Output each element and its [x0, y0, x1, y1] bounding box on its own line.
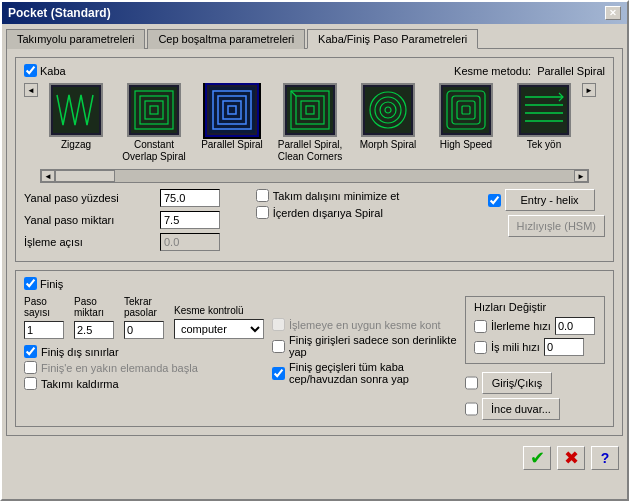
finis-dis-sinirlar-label: Finiş dış sınırlar: [41, 346, 119, 358]
pattern-morph-spiral[interactable]: Morph Spiral: [352, 83, 424, 151]
finis-girisleri-checkbox[interactable]: [272, 340, 285, 353]
ilerleme-hizi-row: İlerleme hızı: [474, 317, 596, 335]
giris-cikis-checkbox[interactable]: [465, 372, 478, 394]
svg-rect-17: [365, 87, 411, 133]
cutting-method-label: Kesme metodu:: [454, 65, 531, 77]
finis-gecisleri-label: Finiş geçişleri tüm kaba cep/havuzdan so…: [289, 361, 457, 385]
pattern-icon-morph-spiral: [361, 83, 415, 137]
tab-kaba-finis[interactable]: Kaba/Finiş Paso Parametreleri: [307, 29, 478, 49]
entry-helix-checkbox[interactable]: [488, 194, 501, 207]
scrollbar-right[interactable]: ►: [574, 170, 588, 182]
close-button[interactable]: ✕: [605, 6, 621, 20]
help-icon: ?: [601, 450, 610, 466]
pattern-high-speed[interactable]: High Speed: [430, 83, 502, 151]
svg-rect-22: [443, 87, 489, 133]
scrollbar-left[interactable]: ◄: [41, 170, 55, 182]
pattern-tek-yon[interactable]: Tek yön: [508, 83, 580, 151]
yanal-paso-yuzdesi-input[interactable]: [160, 189, 220, 207]
ilerleme-hizi-input[interactable]: [555, 317, 595, 335]
finis-gecisleri-checkbox[interactable]: [272, 367, 285, 380]
yanal-paso-miktari-label: Yanal paso miktarı: [24, 214, 154, 226]
cutting-method-value: Parallel Spiral: [537, 65, 605, 77]
is-mili-hizi-input[interactable]: [544, 338, 584, 356]
hizlar-title: Hızları Değiştir: [474, 301, 596, 313]
finish-checkbox[interactable]: [24, 277, 37, 290]
icons-scrollbar[interactable]: ◄ ►: [40, 169, 589, 183]
scrollbar-track: [55, 170, 574, 182]
pattern-label-zigzag: Zigzag: [40, 139, 112, 151]
pattern-icon-constant-overlap: [127, 83, 181, 137]
svg-rect-6: [209, 87, 255, 133]
ilerleme-hizi-checkbox[interactable]: [474, 320, 487, 333]
main-window: Pocket (Standard) ✕ Takımyolu parametrel…: [0, 0, 629, 501]
pattern-parallel-spiral-cc[interactable]: Parallel Spiral, Clean Corners: [274, 83, 346, 163]
help-button[interactable]: ?: [591, 446, 619, 470]
tekrar-pasolar-label: Tekrar pasolar: [124, 296, 164, 318]
isleme-acisi-input[interactable]: [160, 233, 220, 251]
tab-takimyolu[interactable]: Takımyolu parametreleri: [6, 29, 145, 49]
pattern-icon-high-speed: [439, 83, 493, 137]
scrollbar-thumb[interactable]: [55, 170, 115, 182]
finish-label: Finiş: [40, 278, 63, 290]
finis-dis-sinirlar-checkbox[interactable]: [24, 345, 37, 358]
bottom-bar: ✔ ✖ ?: [2, 440, 627, 476]
finis-en-yakin-label: Finiş'e en yakın elemanda başla: [41, 362, 198, 374]
yanal-paso-yuzdesi-label: Yanal paso yüzdesi: [24, 192, 154, 204]
takim-check-row: Takım dalışını minimize et: [256, 189, 472, 202]
hizlisle-button[interactable]: Hızlıyışle (HSM): [508, 215, 605, 237]
kaba-section-header: Kaba Kesme metodu: Parallel Spiral: [24, 64, 605, 77]
finis-girisleri-label: Finiş girişleri sadece son derinlikte ya…: [289, 334, 457, 358]
takim-checkbox[interactable]: [256, 189, 269, 202]
ok-button[interactable]: ✔: [523, 446, 551, 470]
islemeye-uygun-label: İşlemeye en uygun kesme kont: [289, 319, 441, 331]
cutting-method: Kesme metodu: Parallel Spiral: [454, 65, 605, 77]
takimi-kaldirma-checkbox[interactable]: [24, 377, 37, 390]
icerden-checkbox[interactable]: [256, 206, 269, 219]
paso-sayisi-input[interactable]: [24, 321, 64, 339]
finish-section-header: Finiş: [24, 277, 605, 290]
scroll-left-arrow[interactable]: ◄: [24, 83, 38, 97]
paso-miktari-input[interactable]: [74, 321, 114, 339]
yanal-paso-miktari-input[interactable]: [160, 211, 220, 229]
is-mili-hizi-checkbox[interactable]: [474, 341, 487, 354]
title-bar-buttons: ✕: [605, 6, 621, 20]
ince-duvar-checkbox[interactable]: [465, 398, 478, 420]
paso-sayisi-label: Paso sayısı: [24, 296, 64, 318]
is-mili-hizi-row: İş mili hızı: [474, 338, 596, 356]
islemeye-uygun-row: İşlemeye en uygun kesme kont: [272, 318, 457, 331]
kaba-section: Kaba Kesme metodu: Parallel Spiral ◄: [15, 57, 614, 262]
yanal-paso-yuzdesi-row: Yanal paso yüzdesi: [24, 189, 240, 207]
pattern-zigzag[interactable]: Zigzag: [40, 83, 112, 151]
finish-checks: Finiş dış sınırlar Finiş'e en yakın elem…: [24, 345, 264, 390]
kesme-kontrolu-select[interactable]: computer manual: [174, 319, 264, 339]
paso-miktari-label: Paso miktarı: [74, 296, 114, 318]
pattern-constant-overlap[interactable]: Constant Overlap Spiral: [118, 83, 190, 163]
is-mili-hizi-label: İş mili hızı: [491, 341, 540, 353]
ok-icon: ✔: [530, 447, 545, 469]
svg-rect-1: [131, 87, 177, 133]
finis-en-yakin-checkbox[interactable]: [24, 361, 37, 374]
entry-helix-button[interactable]: Entry - helix: [505, 189, 595, 211]
finis-dis-sinirlar-row: Finiş dış sınırlar: [24, 345, 264, 358]
isleme-acisi-row: İşleme açısı: [24, 233, 240, 251]
icerden-check-label: İçerden dışarıya Spiral: [273, 207, 383, 219]
cancel-button[interactable]: ✖: [557, 446, 585, 470]
pattern-icon-zigzag: [49, 83, 103, 137]
kaba-checkbox[interactable]: [24, 64, 37, 77]
ince-duvar-button[interactable]: İnce duvar...: [482, 398, 560, 420]
pattern-label-parallel-spiral-cc: Parallel Spiral, Clean Corners: [274, 139, 346, 163]
scroll-right-arrow[interactable]: ►: [582, 83, 596, 97]
tabs-bar: Takımyolu parametreleri Cep boşaltma par…: [2, 24, 627, 48]
pattern-parallel-spiral[interactable]: Parallel Spiral: [196, 83, 268, 151]
islemeye-uygun-checkbox[interactable]: [272, 318, 285, 331]
pattern-label-constant-overlap: Constant Overlap Spiral: [118, 139, 190, 163]
tab-cep-bosaltma[interactable]: Cep boşaltma parametreleri: [147, 29, 305, 49]
takimi-kaldirma-label: Takımı kaldırma: [41, 378, 119, 390]
main-content: Kaba Kesme metodu: Parallel Spiral ◄: [6, 48, 623, 436]
giris-cikis-button[interactable]: Giriş/Çıkış: [482, 372, 552, 394]
pattern-icon-parallel-spiral-cc: [283, 83, 337, 137]
hizlar-box: Hızları Değiştir İlerleme hızı İş mili h…: [465, 296, 605, 364]
finis-gecisleri-row: Finiş geçişleri tüm kaba cep/havuzdan so…: [272, 361, 457, 385]
kaba-checkbox-wrap: Kaba: [24, 64, 66, 77]
tekrar-pasolar-input[interactable]: [124, 321, 164, 339]
